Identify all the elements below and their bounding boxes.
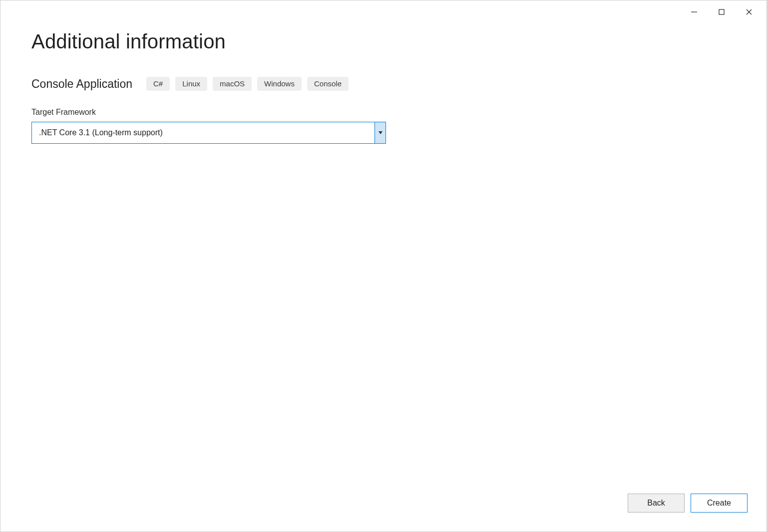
tag-csharp: C#: [146, 77, 170, 91]
close-button[interactable]: [735, 4, 763, 19]
tag-macos: macOS: [213, 77, 252, 91]
back-button[interactable]: Back: [628, 494, 685, 513]
maximize-button[interactable]: [708, 4, 735, 19]
dropdown-arrow[interactable]: [375, 122, 385, 143]
svg-rect-1: [719, 9, 724, 14]
page-title: Additional information: [31, 30, 736, 53]
maximize-icon: [718, 8, 725, 15]
target-framework-value: .NET Core 3.1 (Long-term support): [32, 122, 375, 143]
minimize-icon: [691, 8, 698, 15]
tag-linux: Linux: [175, 77, 207, 91]
create-button[interactable]: Create: [691, 494, 748, 513]
svg-marker-4: [379, 131, 383, 134]
window-titlebar: [680, 0, 767, 20]
footer-buttons: Back Create: [628, 494, 748, 513]
template-tags: C# Linux macOS Windows Console: [146, 77, 349, 91]
tag-windows: Windows: [257, 77, 302, 91]
target-framework-label: Target Framework: [31, 108, 736, 117]
tag-console: Console: [307, 77, 349, 91]
template-row: Console Application C# Linux macOS Windo…: [31, 77, 736, 91]
main-content: Additional information Console Applicati…: [31, 30, 736, 144]
minimize-button[interactable]: [680, 4, 708, 19]
close-icon: [746, 8, 753, 15]
target-framework-dropdown[interactable]: .NET Core 3.1 (Long-term support): [31, 122, 386, 144]
template-name: Console Application: [31, 77, 132, 91]
chevron-down-icon: [379, 131, 383, 134]
